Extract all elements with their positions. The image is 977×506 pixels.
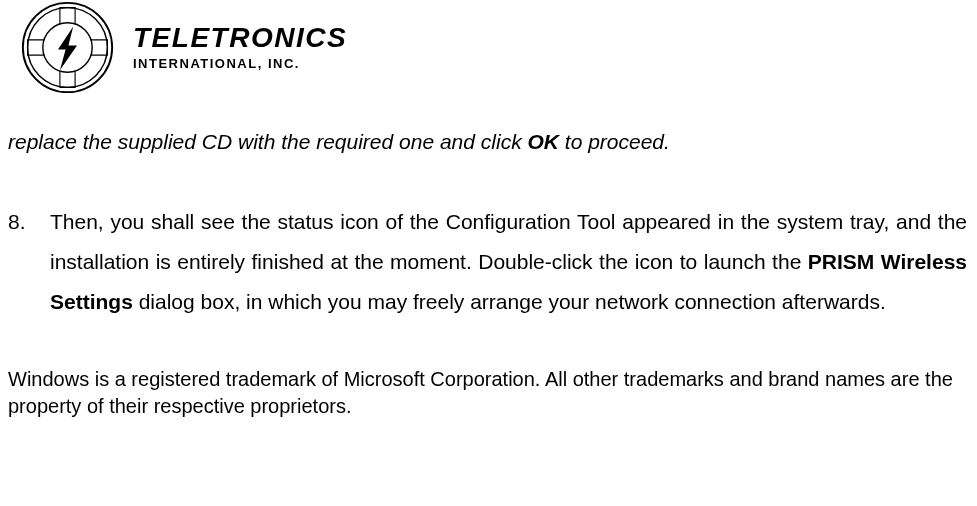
step-body: Then, you shall see the status icon of t…: [50, 202, 967, 322]
logo-subtitle: INTERNATIONAL, INC.: [133, 56, 347, 71]
teletronics-bolt-icon: [20, 0, 115, 95]
step-number: 8.: [8, 202, 50, 322]
company-logo-block: TELETRONICS INTERNATIONAL, INC.: [0, 0, 977, 95]
step-8: 8. Then, you shall see the status icon o…: [0, 202, 977, 322]
instruction-post: to proceed.: [559, 130, 670, 153]
instruction-pre: replace the supplied CD with the require…: [8, 130, 527, 153]
trademark-notice: Windows is a registered trademark of Mic…: [0, 366, 977, 420]
logo-title: TELETRONICS: [133, 24, 347, 52]
step-post: dialog box, in which you may freely arra…: [133, 290, 886, 313]
instruction-ok: OK: [527, 130, 559, 153]
instruction-fragment: replace the supplied CD with the require…: [0, 127, 977, 156]
logo-text: TELETRONICS INTERNATIONAL, INC.: [133, 24, 347, 71]
